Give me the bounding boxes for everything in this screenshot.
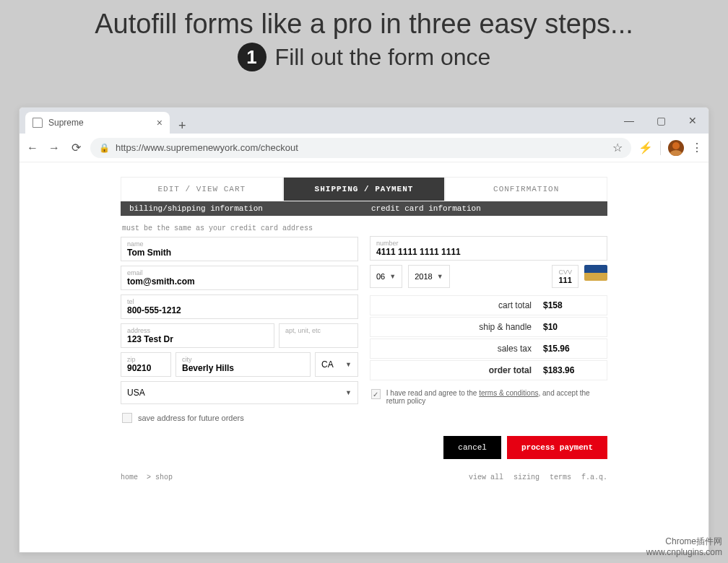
- name-value: Tom Smith: [127, 248, 352, 258]
- hero-subtitle-text: Fill out the form once: [275, 44, 491, 71]
- zip-field[interactable]: zip 90210: [121, 352, 171, 377]
- credit-column: number 4111 1111 1111 1111 06 ▼ 2018 ▼ C…: [370, 216, 607, 427]
- cvv-value: 111: [558, 276, 572, 284]
- city-label: city: [182, 356, 304, 363]
- section-headers: billing/shipping information credit card…: [121, 201, 607, 216]
- hero-title: Autofill forms like a pro in three easy …: [0, 0, 728, 40]
- new-tab-button[interactable]: +: [170, 118, 195, 134]
- profile-avatar[interactable]: [668, 140, 684, 156]
- menu-button[interactable]: ⋮: [691, 141, 703, 154]
- reload-button[interactable]: ⟳: [69, 141, 83, 155]
- browser-tab[interactable]: Supreme ×: [25, 112, 170, 134]
- order-total-label: order total: [376, 365, 543, 375]
- address-field[interactable]: address 123 Test Dr: [121, 323, 274, 348]
- extension-lightning-icon[interactable]: ⚡: [638, 141, 653, 154]
- tel-label: tel: [127, 298, 352, 305]
- toolbar-separator: [660, 141, 661, 155]
- card-number-value: 4111 1111 1111 1111: [376, 247, 601, 257]
- cvv-field[interactable]: CVV 111: [552, 265, 578, 288]
- close-window-button[interactable]: ✕: [677, 108, 708, 134]
- tel-field[interactable]: tel 800-555-1212: [121, 294, 358, 319]
- cvv-label: CVV: [558, 269, 572, 276]
- minimize-button[interactable]: —: [613, 108, 645, 134]
- cancel-button[interactable]: cancel: [443, 436, 501, 459]
- billing-helper-text: must be the same as your credit card add…: [121, 220, 358, 237]
- card-number-label: number: [376, 240, 601, 247]
- checkout-tabs: EDIT / VIEW CART SHIPPING / PAYMENT CONF…: [121, 177, 607, 201]
- tab-shipping-payment[interactable]: SHIPPING / PAYMENT: [283, 177, 446, 201]
- footer-sizing-link[interactable]: sizing: [514, 473, 540, 481]
- footer-home-link[interactable]: home: [121, 473, 138, 481]
- save-address-row[interactable]: save address for future orders: [121, 409, 358, 427]
- chevron-down-icon: ▼: [345, 389, 352, 396]
- terms-link[interactable]: terms & conditions: [479, 389, 538, 397]
- card-brand-icon: [584, 265, 607, 281]
- address-bar[interactable]: 🔒 https://www.supremenewyork.com/checkou…: [90, 138, 631, 158]
- tax-total-row: sales tax $15.96: [370, 339, 607, 359]
- cart-total-label: cart total: [376, 300, 543, 310]
- forward-button[interactable]: →: [47, 141, 61, 155]
- tel-value: 800-555-1212: [127, 305, 352, 315]
- state-value: CA: [321, 359, 334, 370]
- email-label: email: [127, 269, 352, 276]
- chevron-down-icon: ▼: [345, 361, 352, 368]
- tab-edit-cart[interactable]: EDIT / VIEW CART: [121, 177, 283, 201]
- exp-month-select[interactable]: 06 ▼: [370, 265, 402, 288]
- footer-shop-link[interactable]: > shop: [147, 473, 173, 481]
- close-tab-icon[interactable]: ×: [157, 117, 162, 128]
- footer-faq-link[interactable]: f.a.q.: [581, 473, 607, 481]
- browser-window: Supreme × + — ▢ ✕ ← → ⟳ 🔒 https://www.su…: [19, 107, 709, 553]
- tax-value: $15.96: [543, 344, 601, 354]
- exp-year-value: 2018: [415, 272, 432, 281]
- tab-title: Supreme: [48, 118, 84, 128]
- cart-total-row: cart total $158: [370, 295, 607, 315]
- ship-label: ship & handle: [376, 322, 543, 332]
- url-text: https://www.supremenewyork.com/checkout: [116, 142, 298, 153]
- save-address-checkbox[interactable]: [122, 413, 132, 423]
- back-button[interactable]: ←: [25, 141, 40, 155]
- ship-total-row: ship & handle $10: [370, 317, 607, 337]
- billing-column: must be the same as your credit card add…: [121, 216, 358, 427]
- process-payment-button[interactable]: process payment: [507, 436, 607, 459]
- document-icon: [32, 118, 43, 128]
- exp-year-select[interactable]: 2018 ▼: [408, 265, 449, 288]
- page-content: EDIT / VIEW CART SHIPPING / PAYMENT CONF…: [20, 162, 708, 487]
- tab-bar: Supreme × + — ▢ ✕: [20, 108, 708, 134]
- tab-confirmation[interactable]: CONFIRMATION: [445, 177, 607, 201]
- order-totals: cart total $158 ship & handle $10 sales …: [370, 295, 607, 380]
- name-label: name: [127, 240, 352, 248]
- action-buttons: cancel process payment: [121, 427, 607, 468]
- country-select[interactable]: USA ▼: [121, 381, 358, 404]
- bookmark-star-icon[interactable]: ☆: [612, 141, 623, 154]
- apt-label: apt, unit, etc: [285, 327, 352, 334]
- email-value: tom@smith.com: [127, 276, 352, 287]
- order-total-value: $183.96: [543, 365, 601, 375]
- terms-checkbox[interactable]: ✓: [371, 389, 381, 399]
- terms-row[interactable]: ✓ I have read and agree to the terms & c…: [370, 382, 607, 412]
- ship-value: $10: [543, 322, 601, 332]
- maximize-button[interactable]: ▢: [645, 108, 677, 134]
- footer-view-all-link[interactable]: view all: [469, 473, 503, 481]
- toolbar: ← → ⟳ 🔒 https://www.supremenewyork.com/c…: [20, 134, 708, 162]
- credit-header: credit card information: [357, 204, 599, 213]
- step-number-badge: 1: [238, 43, 266, 71]
- zip-value: 90210: [127, 363, 165, 373]
- address-label: address: [127, 327, 268, 334]
- city-field[interactable]: city Beverly Hills: [176, 352, 311, 377]
- zip-label: zip: [127, 356, 165, 363]
- state-select[interactable]: CA ▼: [315, 352, 358, 377]
- apt-field[interactable]: apt, unit, etc: [279, 323, 358, 348]
- exp-month-value: 06: [376, 272, 385, 281]
- city-value: Beverly Hills: [182, 363, 304, 373]
- email-field[interactable]: email tom@smith.com: [121, 266, 358, 290]
- card-number-field[interactable]: number 4111 1111 1111 1111: [370, 236, 607, 261]
- name-field[interactable]: name Tom Smith: [121, 237, 358, 261]
- hero-subtitle-row: 1 Fill out the form once: [0, 40, 728, 71]
- footer-terms-link[interactable]: terms: [550, 473, 571, 481]
- terms-text: I have read and agree to the terms & con…: [386, 389, 606, 405]
- watermark: Chrome插件网 www.cnplugins.com: [646, 536, 722, 559]
- lock-icon: 🔒: [99, 143, 110, 153]
- page-footer: home > shop view all sizing terms f.a.q.: [121, 468, 607, 487]
- billing-header: billing/shipping information: [129, 204, 357, 213]
- tax-label: sales tax: [376, 344, 543, 354]
